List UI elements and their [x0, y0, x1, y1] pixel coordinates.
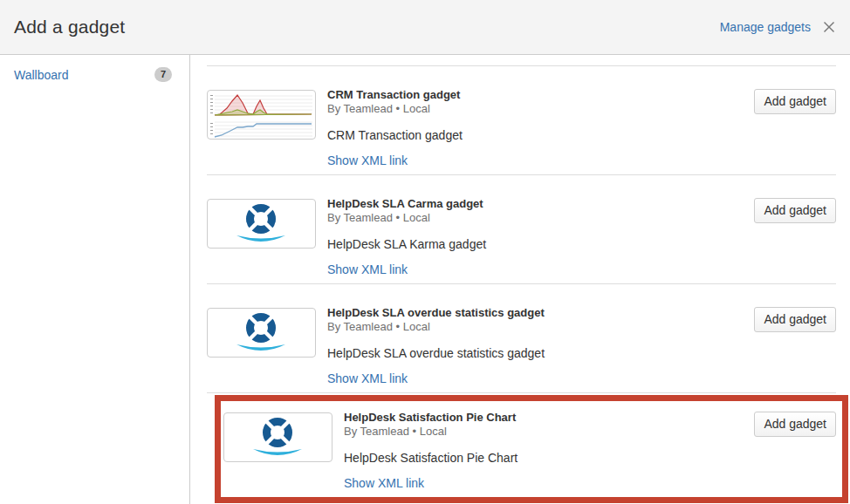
lifebuoy-icon	[207, 308, 316, 358]
lifebuoy-icon	[207, 199, 316, 249]
sidebar: Wallboard 7	[0, 55, 190, 504]
show-xml-link[interactable]: Show XML link	[327, 262, 408, 277]
gadget-title: HelpDesk SLA overdue statistics gadget	[327, 306, 545, 320]
gadget-title: CRM Transaction gadget	[327, 88, 463, 102]
gadget-info: HelpDesk SLA Carma gadget By Teamlead • …	[327, 197, 486, 283]
gadget-byline: By Teamlead • Local	[327, 102, 463, 116]
gadget-byline: By Teamlead • Local	[344, 425, 518, 439]
gadget-description: HelpDesk SLA overdue statistics gadget	[327, 345, 545, 361]
close-icon[interactable]	[822, 20, 836, 34]
gadget-title: HelpDesk Satisfaction Pie Chart	[344, 411, 518, 425]
gadget-action: Add gadget	[754, 197, 836, 283]
gadget-row-satisfaction-wrap: HelpDesk Satisfaction Pie Chart By Teaml…	[207, 392, 836, 503]
dialog-header: Add a gadget Manage gadgets	[0, 0, 850, 55]
add-gadget-button[interactable]: Add gadget	[754, 89, 836, 114]
add-gadget-button[interactable]: Add gadget	[754, 198, 836, 223]
gadget-description: HelpDesk Satisfaction Pie Chart	[344, 450, 518, 466]
manage-gadgets-link[interactable]: Manage gadgets	[720, 20, 811, 34]
add-gadget-button[interactable]: Add gadget	[754, 412, 836, 437]
gadget-row-sla-overdue: HelpDesk SLA overdue statistics gadget B…	[207, 283, 836, 392]
red-highlight-box: HelpDesk Satisfaction Pie Chart By Teaml…	[215, 395, 848, 503]
lifebuoy-icon	[223, 412, 332, 462]
gadget-action: Add gadget	[754, 306, 836, 392]
gadget-info: CRM Transaction gadget By Teamlead • Loc…	[327, 88, 463, 174]
add-gadget-button[interactable]: Add gadget	[754, 307, 836, 332]
page-title: Add a gadget	[14, 17, 125, 37]
gadget-list: CRM Transaction gadget By Teamlead • Loc…	[190, 55, 850, 504]
dialog-body: Wallboard 7	[0, 55, 850, 504]
gadget-info: HelpDesk SLA overdue statistics gadget B…	[327, 306, 545, 392]
line-area-chart-thumbnail	[207, 90, 316, 140]
gadget-byline: By Teamlead • Local	[327, 320, 545, 334]
gadget-action: Add gadget	[754, 411, 836, 497]
show-xml-link[interactable]: Show XML link	[344, 475, 424, 491]
show-xml-link[interactable]: Show XML link	[327, 371, 408, 386]
gadget-count-badge: 7	[154, 67, 172, 82]
gadget-byline: By Teamlead • Local	[327, 211, 486, 225]
add-gadget-dialog: Add a gadget Manage gadgets Wallboard 7	[0, 0, 850, 504]
gadget-action: Add gadget	[754, 88, 836, 174]
gadget-info: HelpDesk Satisfaction Pie Chart By Teaml…	[344, 411, 518, 497]
show-xml-link[interactable]: Show XML link	[327, 153, 408, 168]
gadget-row-crm-transaction: CRM Transaction gadget By Teamlead • Loc…	[207, 65, 836, 174]
gadget-description: HelpDesk SLA Karma gadget	[327, 236, 486, 252]
sidebar-item-wallboard[interactable]: Wallboard 7	[0, 67, 189, 82]
gadget-title: HelpDesk SLA Carma gadget	[327, 197, 486, 211]
header-actions: Manage gadgets	[720, 20, 836, 34]
gadget-description: CRM Transaction gadget	[327, 127, 463, 143]
sidebar-item-label: Wallboard	[14, 68, 69, 82]
gadget-row-sla-carma: HelpDesk SLA Carma gadget By Teamlead • …	[207, 174, 836, 283]
